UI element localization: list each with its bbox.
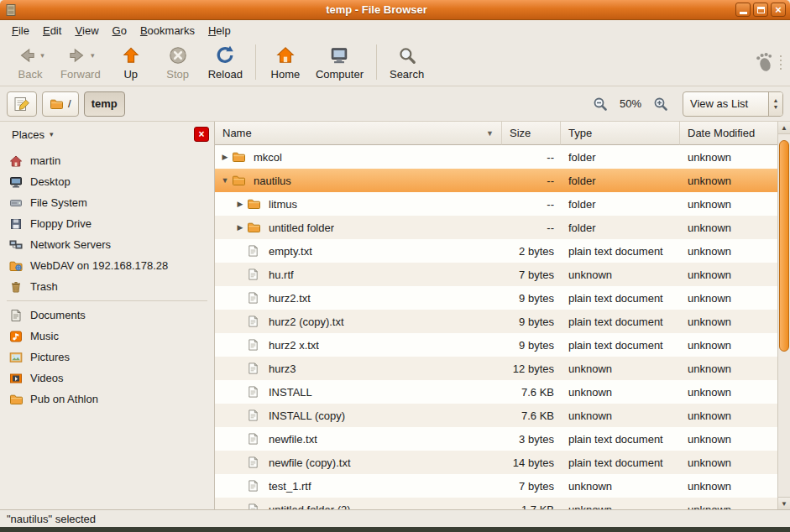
- search-button[interactable]: ▾ Search: [383, 43, 431, 82]
- sidebar-item-trash[interactable]: Trash: [0, 276, 214, 297]
- file-name: empty.txt: [269, 245, 312, 258]
- toolbar-separator: [376, 44, 377, 80]
- sidebar-item-music[interactable]: Music: [0, 326, 214, 347]
- menu-bookmarks[interactable]: Bookmarks: [133, 20, 201, 40]
- close-button[interactable]: ×: [771, 3, 786, 17]
- folder-icon: [247, 221, 263, 234]
- computer-button[interactable]: ▾ Computer: [309, 43, 370, 82]
- minimize-button[interactable]: [735, 3, 751, 17]
- scrollbar-thumb[interactable]: [779, 140, 789, 352]
- home-red-icon: [9, 154, 24, 168]
- back-button[interactable]: ▾ Back: [7, 43, 54, 82]
- sidebar-item-desktop[interactable]: Desktop: [0, 171, 214, 192]
- dropdown-arrow-icon[interactable]: ▾: [91, 51, 95, 60]
- file-row-newfile-copy-txt[interactable]: newfile (copy).txt 14 bytes plain text d…: [215, 451, 777, 474]
- file-row-mkcol[interactable]: ▶ mkcol -- folder unknown: [215, 145, 777, 169]
- zoom-in-icon[interactable]: [651, 94, 671, 114]
- maximize-button[interactable]: [753, 3, 768, 17]
- size-cell: --: [502, 175, 561, 187]
- forward-button[interactable]: ▾ Forward: [54, 43, 107, 82]
- places-dropdown[interactable]: Places ▾: [5, 126, 60, 143]
- folder-icon: [232, 150, 248, 164]
- menu-help[interactable]: Help: [201, 20, 238, 40]
- size-cell: 7.6 KB: [502, 386, 561, 399]
- menu-edit[interactable]: Edit: [36, 20, 68, 40]
- file-row-hurz3[interactable]: hurz3 12 bytes unknown unknown: [215, 357, 777, 380]
- menu-view[interactable]: View: [68, 20, 105, 40]
- reload-icon: [214, 44, 236, 66]
- sidebar-item-pub-on-athlon[interactable]: Pub on Athlon: [0, 389, 214, 409]
- column-header-label: Type: [568, 127, 592, 139]
- reload-button[interactable]: ▾ Reload: [201, 43, 249, 82]
- menu-go[interactable]: Go: [106, 20, 133, 40]
- sidebar-item-file-system[interactable]: File System: [0, 192, 214, 213]
- path-current-button[interactable]: temp: [84, 91, 125, 117]
- column-header-size[interactable]: Size ▼: [502, 122, 561, 145]
- sidebar-item-martin[interactable]: martin: [0, 150, 214, 171]
- file-row-install-copy-[interactable]: INSTALL (copy) 7.6 KB unknown unknown: [215, 404, 777, 427]
- stop-button[interactable]: ▾ Stop: [154, 43, 201, 82]
- folder-icon: [232, 174, 248, 187]
- expander-icon[interactable]: ▼: [218, 176, 232, 185]
- sidebar-item-documents[interactable]: Documents: [0, 305, 214, 326]
- file-name: hurz3: [269, 362, 296, 375]
- toolbar-button-label: Up: [123, 68, 138, 81]
- webdav-icon: [9, 259, 24, 273]
- file-row-empty-txt[interactable]: empty.txt 2 bytes plain text document un…: [215, 239, 777, 263]
- sidebar-item-floppy-drive[interactable]: Floppy Drive: [0, 213, 214, 234]
- expander-icon[interactable]: ▶: [218, 153, 232, 161]
- file-row-hurz2-copy-txt[interactable]: hurz2 (copy).txt 9 bytes plain text docu…: [215, 310, 777, 333]
- file-row-hu-rtf[interactable]: hu.rtf 7 bytes unknown unknown: [215, 263, 777, 286]
- sidebar-item-webdav-on-192-168-178-28[interactable]: WebDAV on 192.168.178.28: [0, 255, 214, 276]
- file-row-nautilus[interactable]: ▼ nautilus -- folder unknown: [215, 169, 777, 192]
- file-name: hurz2.txt: [269, 292, 311, 305]
- documents-icon: [9, 309, 24, 322]
- dropdown-arrow-icon[interactable]: ▾: [40, 51, 44, 60]
- window-title: temp - File Browser: [22, 3, 731, 16]
- titlebar[interactable]: temp - File Browser ×: [0, 0, 790, 20]
- file-row-untitled-folder-2-[interactable]: untitled folder (2) 1.7 KB unknown unkno…: [215, 498, 777, 509]
- sidebar-item-label: martin: [30, 154, 60, 167]
- sidebar-close-button[interactable]: ×: [194, 127, 209, 142]
- file-row-litmus[interactable]: ▶ litmus -- folder unknown: [215, 192, 777, 216]
- scroll-down-icon[interactable]: ▼: [778, 497, 790, 509]
- menu-file[interactable]: File: [5, 20, 36, 40]
- file-row-untitled-folder[interactable]: ▶ untitled folder -- folder unknown: [215, 216, 777, 239]
- sidebar-item-pictures[interactable]: Pictures: [0, 347, 214, 368]
- sort-indicator-icon: ▼: [486, 129, 494, 138]
- file-icon: [247, 479, 263, 493]
- file-row-test-1-rtf[interactable]: test_1.rtf 7 bytes unknown unknown: [215, 474, 777, 498]
- view-mode-stepper-icon[interactable]: ▲▼: [768, 92, 782, 116]
- desktop-icon: [9, 175, 24, 189]
- up-button[interactable]: ▾ Up: [107, 43, 154, 82]
- view-mode-select[interactable]: View as List ▲▼: [683, 91, 783, 117]
- toolbar-button-label: Home: [271, 68, 301, 81]
- file-row-newfile-txt[interactable]: newfile.txt 3 bytes plain text document …: [215, 427, 777, 451]
- column-header-name[interactable]: Name ▼: [215, 122, 502, 145]
- home-button[interactable]: ▾ Home: [262, 43, 309, 82]
- name-cell: ▶ litmus: [215, 192, 502, 216]
- edit-location-button[interactable]: [7, 91, 37, 117]
- file-name: newfile.txt: [269, 433, 317, 446]
- zoom-controls: 50% View as List ▲▼: [590, 91, 783, 117]
- sidebar-item-network-servers[interactable]: Network Servers: [0, 234, 214, 255]
- back-icon: [16, 44, 38, 66]
- column-header-date-modified[interactable]: Date Modified ▼: [680, 122, 777, 145]
- file-row-hurz2-txt[interactable]: hurz2.txt 9 bytes plain text document un…: [215, 286, 777, 310]
- sidebar-item-videos[interactable]: Videos: [0, 368, 214, 389]
- path-root-button[interactable]: /: [42, 91, 79, 117]
- vertical-scrollbar[interactable]: ▲ ▼: [777, 122, 790, 509]
- date-cell: unknown: [680, 316, 777, 328]
- column-header-type[interactable]: Type ▼: [561, 122, 680, 145]
- scroll-up-icon[interactable]: ▲: [778, 122, 790, 134]
- file-row-hurz2-x-txt[interactable]: hurz2 x.txt 9 bytes plain text document …: [215, 333, 777, 357]
- toolbar-grip-handle[interactable]: [780, 55, 782, 70]
- videos-icon: [9, 372, 24, 385]
- stop-icon: [167, 44, 189, 66]
- zoom-out-icon[interactable]: [590, 94, 610, 114]
- file-row-install[interactable]: INSTALL 7.6 KB unknown unknown: [215, 380, 777, 404]
- content-area: Places ▾ × martin Desktop File System Fl…: [0, 122, 790, 509]
- date-cell: unknown: [680, 456, 777, 469]
- expander-icon[interactable]: ▶: [233, 223, 247, 232]
- expander-icon[interactable]: ▶: [233, 200, 247, 208]
